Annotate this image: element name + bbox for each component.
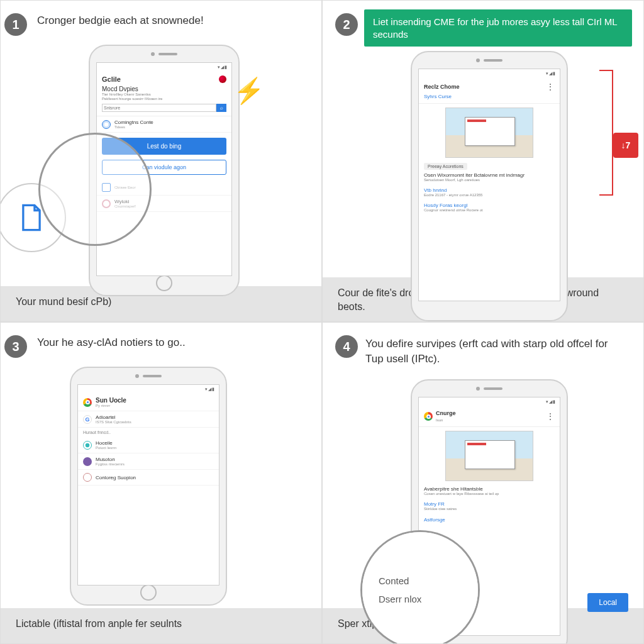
phone-mock-1: Gclile Mocd Dvpies Tier hinxfiley Okenr … [89,45,240,296]
square-icon [102,183,111,192]
preview-thumbnail[interactable] [445,108,533,158]
teal-dot-icon [83,441,92,450]
list-item[interactable]: WylokiCisonstaperf [97,196,231,212]
more-menu-icon[interactable]: ⋮ [546,411,555,421]
step-3-caption: Lictable (iftistal from anple fer seulnt… [1,608,321,643]
home-button-icon [156,275,172,291]
screen-2: Reclz Chome ⋮ Syhrs Curse Preeay Acoreti… [418,69,560,301]
list-item[interactable]: Comingtns ConteTslees [97,116,231,133]
outline-dot-icon [83,473,92,482]
tag-chip[interactable]: Preeay Acoretions [424,163,467,170]
step-1-heading: Cronger bedgie each at snownede! [37,14,204,27]
google-g-icon: G [83,415,92,424]
ring-icon [102,199,111,208]
phone-mock-3: Sun UoclePy rtrmrr G AdioartelIS7S Sltat… [70,367,227,606]
screen-3: Sun UoclePy rtrmrr G AdioartelIS7S Sltat… [77,384,219,586]
app-title: Gclile [102,75,121,83]
chrome-icon [83,398,92,407]
step-2-banner: Liet insending CME for the jub mores asy… [364,9,632,47]
search-input[interactable] [102,104,216,112]
list-item[interactable]: HoceilePotoct lesrm [78,437,219,453]
preview-thumbnail[interactable] [445,431,533,481]
list-item[interactable]: MusotonFygitss rtrecemrs [78,453,219,470]
step-3-heading: Your he asy-clAd notiers to go.. [37,336,186,349]
step-badge-2: 2 [335,13,358,36]
content-link[interactable]: Vtb hnrind [424,187,555,193]
content-link[interactable]: Hosdy Foras keorgl [424,203,555,208]
file-icon [19,203,44,232]
list-item[interactable]: G AdioartelIS7S Sltat Cgtcasbtts [78,411,219,428]
more-menu-icon[interactable]: ⋮ [546,82,555,92]
header-link[interactable]: Syhrs Curse [424,94,555,99]
page-title: Reclz Chome [424,84,460,90]
content-link[interactable]: Motry FR [424,501,555,507]
section-label: Huraot fnncd.. [78,428,219,437]
globe-icon [102,120,111,129]
step-badge-4: 4 [335,335,358,358]
local-button[interactable]: Local [587,593,628,612]
step-3: 3 Your he asy-clAd notiers to go.. Sun U… [0,322,322,644]
red-flag-icon [613,133,638,158]
chrome-icon [424,412,433,421]
content-link[interactable]: Astforsge [424,517,555,523]
phone-mock-4: CnurgeIsun ⋮ Avaberpitre she HltantsbleC… [411,379,568,644]
step-4: 4 You defire survipes (erft cad with sta… [322,322,644,644]
home-button-icon [140,584,157,601]
bracket-annotation [599,70,613,196]
phone-mock-2: Reclz Chome ⋮ Syhrs Curse Preeay Acoreti… [411,51,568,321]
list-item[interactable]: Conloreg Suopion [78,470,219,486]
purple-dot-icon [83,457,92,466]
screen-1: Gclile Mocd Dvpies Tier hinxfiley Okenr … [96,62,232,276]
notification-dot-icon [219,75,226,83]
list-item[interactable]: Ckraee Eeor [97,180,231,196]
step-badge-1: 1 [4,13,27,36]
file-bubble-icon [0,183,66,252]
screen-4: CnurgeIsun ⋮ Avaberpitre she HltantsbleC… [418,397,560,636]
primary-cta-button[interactable]: Lest do bing [102,138,226,155]
secondary-cta-button[interactable]: Can viodule agon [102,160,226,175]
search-button[interactable]: ⌕ [216,104,226,112]
lightning-icon: ⚡ [233,76,265,106]
step-4-heading: You defire survipes (erft cad with starp… [365,336,617,367]
section-heading: Mocd Dvpies [102,86,226,92]
step-badge-3: 3 [4,335,27,358]
step-2: 2 Liet insending CME for the jub mores a… [322,0,644,322]
step-1: 1 Cronger bedgie each at snownede! ⚡ Gcl… [0,0,322,322]
list-item[interactable]: Sun UoclePy rtrmrr [78,394,219,411]
